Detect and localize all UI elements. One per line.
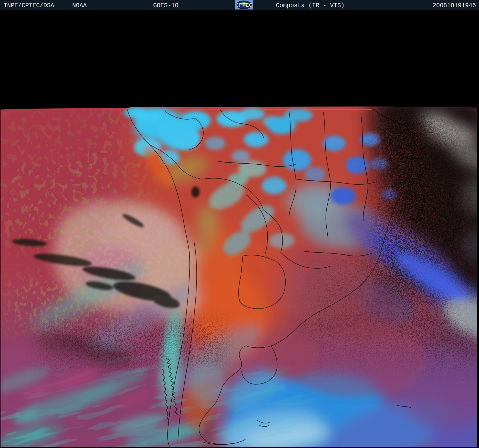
svg-text:INPE/CPTEC/DSA: INPE/CPTEC/DSA [4, 2, 54, 9]
svg-text:GOES-10: GOES-10 [153, 2, 179, 9]
svg-text:Composta (IR - VIS): Composta (IR - VIS) [276, 2, 345, 9]
svg-text:NOAA: NOAA [72, 2, 87, 9]
svg-text:CPTEC: CPTEC [235, 2, 252, 8]
svg-text:200810191945: 200810191945 [433, 2, 476, 9]
